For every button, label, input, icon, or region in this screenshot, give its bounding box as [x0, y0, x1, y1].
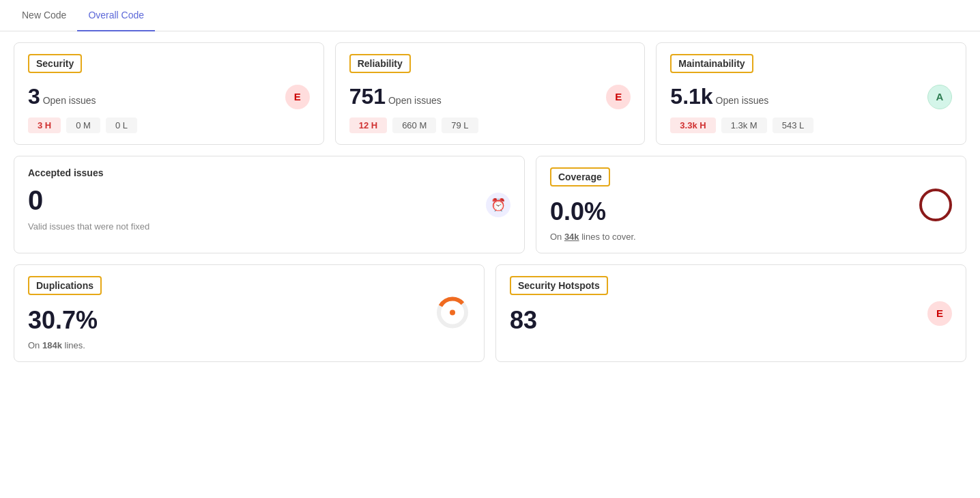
dup-suffix: lines.	[65, 340, 85, 350]
maintainability-grade: A	[927, 85, 952, 109]
alarm-icon: ⏰	[486, 193, 510, 217]
reliability-breakdown: 12 H 660 M 79 L	[349, 117, 631, 133]
security-low[interactable]: 0 L	[106, 117, 137, 133]
reliability-medium[interactable]: 660 M	[392, 117, 436, 133]
duplications-label: Duplications	[28, 276, 102, 295]
security-hotspots-grade: E	[927, 301, 952, 326]
coverage-card: Coverage 0.0% On 34k lines to cover.	[536, 156, 966, 253]
maintainability-count-row: 5.1k Open issues	[670, 84, 768, 109]
security-medium[interactable]: 0 M	[66, 117, 100, 133]
accepted-title: Accepted issues	[28, 167, 510, 178]
coverage-description: On 34k lines to cover.	[550, 232, 952, 242]
maintainability-metric-row: 5.1k Open issues A	[670, 84, 952, 109]
duplications-description: On 184k lines.	[28, 340, 470, 350]
maintainability-low[interactable]: 543 L	[773, 117, 814, 133]
accepted-value: 0	[28, 185, 510, 216]
top-row: Security 3 Open issues E 3 H 0 M 0 L Rel…	[14, 42, 966, 145]
reliability-metric-row: 751 Open issues E	[349, 84, 631, 109]
maintainability-card: Maintainability 5.1k Open issues A 3.3k …	[656, 42, 966, 145]
coverage-prefix: On	[550, 232, 562, 242]
maintainability-breakdown: 3.3k H 1.3k M 543 L	[670, 117, 952, 133]
reliability-label: Reliability	[349, 54, 411, 73]
reliability-grade: E	[606, 85, 631, 109]
security-count: 3	[28, 84, 40, 109]
duplications-card: Duplications 30.7% On 184k lines.	[14, 264, 485, 362]
coverage-label: Coverage	[550, 167, 610, 186]
security-hotspots-label: Security Hotspots	[510, 276, 608, 295]
maintainability-count: 5.1k	[670, 84, 712, 109]
maintainability-open-label: Open issues	[716, 95, 769, 106]
reliability-count: 751	[349, 84, 386, 109]
security-label: Security	[28, 54, 82, 73]
reliability-card: Reliability 751 Open issues E 12 H 660 M…	[335, 42, 646, 145]
security-high[interactable]: 3 H	[28, 117, 61, 133]
tab-overall-code[interactable]: Overall Code	[77, 0, 155, 31]
duplications-value: 30.7%	[28, 306, 470, 335]
security-open-label: Open issues	[43, 95, 96, 106]
maintainability-high[interactable]: 3.3k H	[670, 117, 715, 133]
accepted-description: Valid issues that were not fixed	[28, 221, 510, 232]
dup-prefix: On	[28, 340, 40, 350]
accepted-issues-card: Accepted issues 0 Valid issues that were…	[14, 156, 525, 253]
bottom-row: Duplications 30.7% On 184k lines. Securi…	[14, 264, 966, 362]
coverage-value: 0.0%	[550, 197, 952, 226]
security-count-row: 3 Open issues	[28, 84, 96, 109]
tabs-container: New Code Overall Code	[0, 0, 980, 31]
middle-row: Accepted issues 0 Valid issues that were…	[14, 156, 966, 253]
security-breakdown: 3 H 0 M 0 L	[28, 117, 310, 133]
coverage-lines[interactable]: 34k	[564, 232, 579, 242]
reliability-high[interactable]: 12 H	[349, 117, 387, 133]
coverage-suffix: lines to cover.	[581, 232, 636, 242]
maintainability-label: Maintainability	[670, 54, 753, 73]
reliability-count-row: 751 Open issues	[349, 84, 442, 109]
reliability-open-label: Open issues	[388, 95, 442, 106]
duplications-chart	[435, 294, 470, 332]
security-grade: E	[285, 85, 310, 109]
security-hotspots-value: 83	[510, 306, 952, 335]
security-hotspots-card: Security Hotspots 83 E	[495, 264, 966, 362]
dashboard: Security 3 Open issues E 3 H 0 M 0 L Rel…	[0, 31, 980, 373]
svg-point-2	[450, 309, 455, 315]
maintainability-medium[interactable]: 1.3k M	[721, 117, 767, 133]
coverage-circle-icon	[919, 189, 952, 221]
tab-new-code[interactable]: New Code	[11, 0, 77, 31]
dup-lines[interactable]: 184k	[42, 340, 62, 350]
reliability-low[interactable]: 79 L	[442, 117, 478, 133]
security-card: Security 3 Open issues E 3 H 0 M 0 L	[14, 42, 324, 145]
security-metric-row: 3 Open issues E	[28, 84, 310, 109]
